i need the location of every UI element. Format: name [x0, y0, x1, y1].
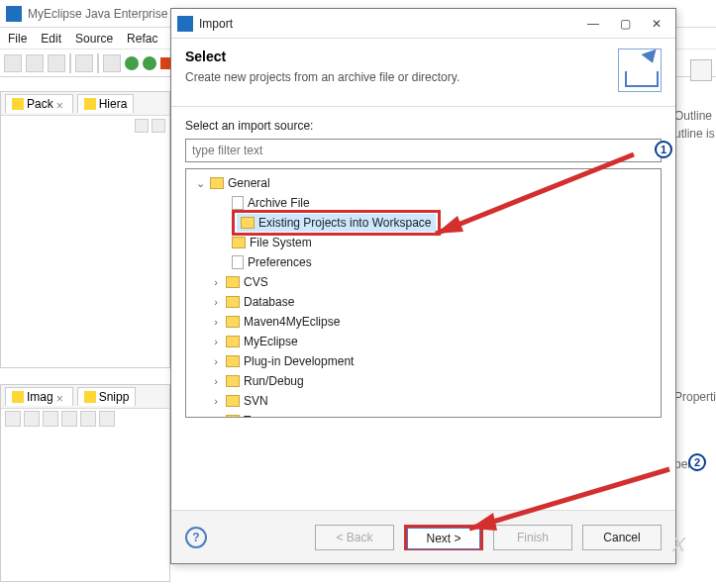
folder-icon [226, 375, 240, 387]
next-button[interactable]: Next > [404, 525, 483, 550]
chevron-right-icon[interactable]: › [210, 355, 222, 367]
color-icon[interactable] [99, 411, 115, 427]
link-editor-icon[interactable] [152, 119, 165, 133]
cancel-button[interactable]: Cancel [582, 525, 662, 550]
toolbar-save-icon[interactable] [26, 54, 44, 72]
toolbar-debug-icon[interactable] [103, 54, 121, 72]
image-tabbar: Imag × Snipp [1, 385, 169, 409]
annotation-highlight: Existing Projects into Workspace [232, 210, 441, 236]
chevron-down-icon[interactable]: ⌄ [194, 177, 206, 190]
tab-hierarchy[interactable]: Hiera [77, 94, 135, 113]
filter-input[interactable] [185, 139, 662, 162]
tree-node-run-debug[interactable]: ›Run/Debug [188, 371, 659, 391]
close-button[interactable]: ✕ [650, 17, 664, 31]
annotation-badge-2: 2 [688, 453, 706, 471]
folder-icon [226, 415, 240, 418]
help-icon[interactable]: ? [185, 527, 207, 548]
snippets-icon [84, 391, 96, 403]
tree-node-maven4myeclipse[interactable]: ›Maven4MyEclipse [188, 312, 659, 332]
dialog-body: Select an import source: ⌄ General Archi… [171, 107, 675, 430]
palette-icon[interactable] [24, 411, 40, 427]
chevron-right-icon[interactable]: › [210, 395, 222, 407]
toolbar-deploy-icon[interactable] [75, 54, 93, 72]
menu-source[interactable]: Source [75, 32, 113, 46]
file-icon [232, 196, 244, 210]
tab-package-explorer[interactable]: Pack × [5, 94, 73, 113]
chevron-right-icon[interactable]: › [210, 316, 222, 328]
tree-label: MyEclipse [244, 335, 298, 348]
tab-label: Pack [27, 97, 53, 111]
annotation-badge-1: 1 [655, 141, 672, 158]
tree-label: Existing Projects into Workspace [258, 216, 432, 230]
toolbar-new-icon[interactable] [4, 54, 22, 72]
grid-icon[interactable] [80, 411, 96, 427]
tree-node-database[interactable]: ›Database [188, 292, 659, 312]
explorer-toolbar [1, 116, 169, 136]
tree-node-myeclipse[interactable]: ›MyEclipse [188, 332, 659, 351]
chevron-right-icon[interactable]: › [210, 276, 222, 288]
properties-label: Properti [674, 388, 716, 406]
tree-node-team[interactable]: ›Team [188, 411, 659, 418]
menu-file[interactable]: File [8, 32, 27, 46]
tree-node-svn[interactable]: ›SVN [188, 391, 659, 411]
tab-label: Hiera [99, 97, 128, 111]
watermark: X [672, 534, 686, 556]
toolbar-run-ext-icon[interactable] [143, 56, 156, 70]
tree-label: Maven4MyEclipse [244, 315, 340, 329]
tree-label: Database [244, 295, 294, 309]
outline-view-strip: Outline utline is [674, 107, 716, 143]
chevron-right-icon[interactable]: › [210, 375, 222, 387]
folder-icon [226, 355, 240, 367]
hierarchy-icon [84, 98, 96, 110]
tree-node-existing-projects[interactable]: Existing Projects into Workspace [188, 213, 659, 233]
outline-label: Outline [674, 107, 716, 125]
next-button-label: Next > [407, 528, 480, 549]
close-icon[interactable]: × [56, 99, 66, 109]
dialog-subtitle: Create new projects from an archive file… [185, 70, 618, 84]
maximize-button[interactable]: ▢ [618, 17, 632, 31]
folder-icon [226, 336, 240, 347]
dialog-footer: ? < Back Next > Finish Cancel [171, 510, 675, 563]
tree-label: File System [250, 236, 312, 249]
home-icon[interactable] [5, 411, 21, 427]
chevron-right-icon[interactable]: › [210, 296, 222, 308]
finish-button[interactable]: Finish [493, 525, 572, 550]
tree-node-file-system[interactable]: File System [188, 233, 659, 252]
chevron-right-icon[interactable]: › [210, 336, 222, 347]
back-button[interactable]: < Back [315, 525, 394, 550]
tab-label: Imag [27, 390, 53, 404]
tree-node-plugin-dev[interactable]: ›Plug-in Development [188, 351, 659, 371]
import-source-tree[interactable]: ⌄ General Archive File Existing Projects… [185, 168, 662, 418]
chevron-right-icon[interactable]: › [210, 415, 222, 418]
tab-image[interactable]: Imag × [5, 387, 73, 406]
outline-hint: utline is [674, 125, 716, 143]
tree-node-cvs[interactable]: ›CVS [188, 272, 659, 292]
dialog-titlebar: Import — ▢ ✕ [171, 9, 675, 39]
tree-label: SVN [244, 394, 268, 408]
tree-label: CVS [244, 275, 268, 289]
tree-label: Team [244, 414, 272, 418]
collapse-all-icon[interactable] [135, 119, 149, 133]
menu-edit[interactable]: Edit [41, 32, 61, 46]
close-icon[interactable]: × [56, 392, 66, 402]
folder-icon [232, 237, 246, 248]
minimize-button[interactable]: — [586, 17, 600, 31]
dialog-title: Import [199, 17, 586, 31]
perspective-button[interactable] [690, 59, 712, 81]
package-icon [12, 98, 24, 110]
tree-node-general[interactable]: ⌄ General [188, 173, 659, 193]
toolbar-separator [69, 53, 71, 73]
menu-refactor[interactable]: Refac [127, 32, 157, 46]
dialog-heading: Select [185, 49, 618, 64]
toolbar-separator [97, 53, 99, 73]
import-wizard-icon [618, 49, 662, 92]
folder-import-icon [241, 217, 255, 229]
zoom-in-icon[interactable] [61, 411, 77, 427]
tab-snippets[interactable]: Snipp [77, 387, 137, 406]
toolbar-run-icon[interactable] [125, 56, 139, 70]
app-icon [6, 6, 22, 22]
tree-node-preferences[interactable]: Preferences [188, 252, 659, 272]
package-explorer-panel: Pack × Hiera [0, 91, 170, 368]
toolbar-saveall-icon[interactable] [48, 54, 65, 72]
zoom-out-icon[interactable] [43, 411, 58, 427]
